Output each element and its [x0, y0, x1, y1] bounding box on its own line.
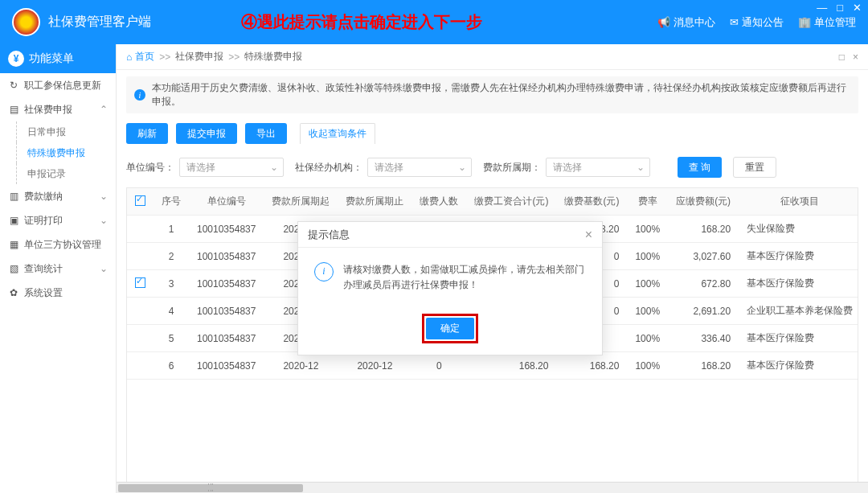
info-icon: i [314, 262, 334, 281]
submit-button[interactable]: 提交申报 [176, 123, 237, 144]
unit-mgmt-label: 单位管理 [814, 15, 856, 30]
modal-close-icon[interactable]: × [585, 228, 592, 242]
column-header: 缴费人数 [411, 188, 466, 216]
sidebar: ¥ 功能菜单 ↻职工参保信息更新▤社保费申报日常申报特殊缴费申报申报记录▥费款缴… [0, 44, 117, 493]
breadcrumb-l1: 社保费申报 [175, 50, 223, 64]
panel-close-icon[interactable]: × [853, 51, 858, 63]
sidebar-item[interactable]: ✿系统设置 [0, 281, 116, 305]
close-button[interactable]: ✕ [853, 2, 862, 14]
column-header: 序号 [154, 188, 189, 216]
pop-out-icon[interactable]: □ [839, 51, 845, 63]
info-text: 本功能适用于历史欠费清缴、退休补收、政策性补缴等特殊缴费申报，需缴费人先在社保经… [152, 81, 850, 109]
select-all-checkbox[interactable] [135, 195, 145, 206]
home-icon: ⌂ [126, 51, 132, 63]
column-header: 应缴费额(元) [668, 188, 739, 216]
minimize-button[interactable]: — [817, 2, 827, 14]
agency-filter: 社保经办机构： 请选择 [295, 158, 472, 177]
query-button[interactable]: 查 询 [678, 157, 722, 178]
info-icon: i [134, 89, 145, 101]
app-title: 社保费管理客户端 [48, 14, 151, 31]
sidebar-item-label: 职工参保信息更新 [24, 79, 101, 92]
sidebar-item-label: 单位三方协议管理 [24, 238, 101, 252]
sidebar-item[interactable]: ▥费款缴纳 [0, 184, 116, 208]
sidebar-item-label: 证明打印 [24, 214, 63, 228]
horizontal-scrollbar[interactable] [117, 482, 868, 493]
app-logo [12, 8, 40, 36]
breadcrumb: ⌂ 首页 >> 社保费申报 >> 特殊缴费申报 □ × [117, 44, 868, 70]
sidebar-item-label: 查询统计 [24, 262, 63, 276]
period-select[interactable]: 请选择 [546, 158, 650, 177]
collapse-query-link[interactable]: 收起查询条件 [300, 123, 375, 144]
toolbar: 刷新 提交申报 导出 收起查询条件 [117, 120, 868, 152]
column-header: 费率 [627, 188, 668, 216]
sidebar-header: ¥ 功能菜单 [0, 44, 116, 73]
sidebar-item[interactable]: ▦单位三方协议管理 [0, 232, 116, 257]
sidebar-item-label: 社保费申报 [24, 103, 72, 117]
prompt-modal: 提示信息 × i 请核对缴费人数，如需做职工减员操作，请先去相关部门办理减员后再… [297, 221, 603, 355]
column-header: 单位编号 [189, 188, 264, 216]
breadcrumb-l2: 特殊缴费申报 [244, 50, 302, 64]
sidebar-item-label: 系统设置 [24, 286, 63, 300]
modal-body: i 请核对缴费人数，如需做职工减员操作，请先去相关部门办理减员后再进行社保费申报… [298, 248, 602, 307]
column-header: 缴费工资合计(元) [466, 188, 556, 216]
stats-icon: ▧ [8, 263, 19, 274]
yen-icon: ¥ [8, 51, 24, 67]
notice-label: 通知公告 [742, 15, 784, 30]
row-checkbox[interactable] [135, 277, 145, 288]
scrollbar-thumb[interactable] [118, 484, 303, 492]
msg-center-label: 消息中心 [674, 15, 715, 30]
export-button[interactable]: 导出 [245, 123, 287, 144]
refresh-button[interactable]: 刷新 [126, 123, 168, 144]
info-banner: i 本功能适用于历史欠费清缴、退休补收、政策性补缴等特殊缴费申报，需缴费人先在社… [126, 76, 858, 113]
period-label: 费款所属期： [483, 161, 541, 175]
agree-icon: ▦ [8, 239, 19, 250]
sidebar-title: 功能菜单 [29, 51, 74, 66]
print-icon: ▣ [8, 215, 19, 226]
breadcrumb-home[interactable]: 首页 [135, 50, 154, 64]
modal-ok-button[interactable]: 确定 [426, 318, 474, 339]
column-header: 费款所属期起 [264, 188, 338, 216]
sidebar-item[interactable]: ▤社保费申报 [0, 97, 116, 121]
unit-mgmt-link[interactable]: 🏢 单位管理 [798, 15, 856, 30]
unit-filter: 单位编号： 请选择 [126, 158, 284, 177]
settings-icon: ✿ [8, 287, 19, 298]
agency-select[interactable]: 请选择 [367, 158, 472, 177]
topbar-right: 📢 消息中心 ✉ 通知公告 🏢 单位管理 [657, 15, 856, 30]
building-icon: 🏢 [798, 16, 811, 28]
maximize-button[interactable]: □ [837, 2, 843, 14]
modal-footer: 确定 [298, 307, 602, 355]
table-row[interactable]: 6100103548372020-122020-120 168.20168.20… [127, 352, 858, 380]
sidebar-subitem[interactable]: 申报记录 [0, 163, 116, 184]
period-filter: 费款所属期： 请选择 [483, 158, 650, 177]
megaphone-icon: 📢 [657, 16, 670, 28]
sidebar-subitem[interactable]: 日常申报 [0, 121, 116, 142]
column-header: 征收项目 [739, 188, 858, 216]
pay-icon: ▥ [8, 191, 19, 202]
notice-link[interactable]: ✉ 通知公告 [730, 15, 784, 30]
sidebar-item[interactable]: ▣证明打印 [0, 208, 116, 232]
reset-button[interactable]: 重置 [733, 157, 776, 178]
window-controls: — □ ✕ [817, 2, 862, 14]
declare-icon: ▤ [8, 104, 19, 115]
column-header: 费款所属期止 [338, 188, 411, 216]
sidebar-subitem[interactable]: 特殊缴费申报 [0, 142, 116, 163]
ok-highlight-box: 确定 [422, 314, 478, 343]
sidebar-item-label: 费款缴纳 [24, 190, 63, 203]
refresh-icon: ↻ [8, 80, 19, 91]
msg-center-link[interactable]: 📢 消息中心 [657, 15, 715, 30]
topbar: — □ ✕ 社保费管理客户端 ④遇此提示请点击确定进入下一步 📢 消息中心 ✉ … [0, 0, 868, 44]
unit-select[interactable]: 请选择 [179, 158, 284, 177]
modal-message: 请核对缴费人数，如需做职工减员操作，请先去相关部门办理减员后再进行社保费申报！ [343, 262, 586, 293]
unit-label: 单位编号： [126, 161, 174, 175]
modal-title: 提示信息 [308, 228, 350, 242]
mail-icon: ✉ [730, 16, 739, 28]
agency-label: 社保经办机构： [295, 161, 362, 175]
filter-bar: 单位编号： 请选择 社保经办机构： 请选择 费款所属期： 请选择 查 询 重置 [117, 152, 868, 187]
sidebar-item[interactable]: ↻职工参保信息更新 [0, 73, 116, 97]
instruction-overlay: ④遇此提示请点击确定进入下一步 [241, 11, 482, 33]
modal-header: 提示信息 × [298, 222, 602, 248]
column-header: 缴费基数(元) [556, 188, 627, 216]
sidebar-item[interactable]: ▧查询统计 [0, 257, 116, 281]
